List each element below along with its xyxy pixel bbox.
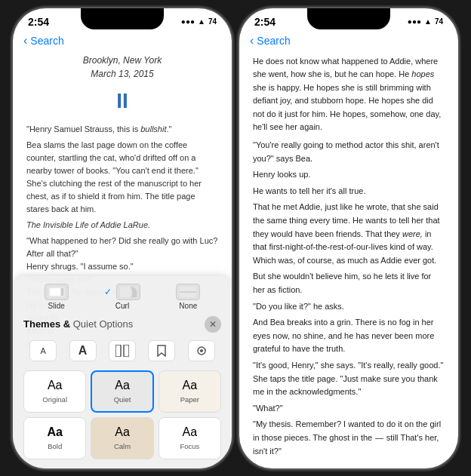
columns-button[interactable] [109, 340, 136, 361]
slide-label: Slide [48, 302, 65, 310]
notch [81, 8, 164, 29]
none-label: None [179, 302, 197, 310]
bookmark-button[interactable] [148, 340, 175, 361]
toolbar-row: A A [23, 337, 221, 364]
left-time: 2:54 [28, 16, 49, 28]
book-header: Brooklyn, New York March 13, 2015 [26, 54, 218, 81]
book-para-5: Henry shrugs. "I assume so." [26, 260, 218, 273]
battery-icon: 74 [208, 17, 217, 26]
themes-header: Themes & Quiet Options ✕ [23, 316, 221, 333]
font-increase-button[interactable]: A [69, 340, 97, 361]
right-signal-icon: ●●● [408, 17, 421, 26]
right-wifi-icon: ▲ [424, 17, 432, 26]
theme-original-label: Original [42, 395, 67, 404]
wifi-icon: ▲ [198, 17, 205, 26]
right-para-3: Henry looks up. [253, 168, 445, 182]
theme-calm[interactable]: Aa Calm [91, 417, 153, 459]
chapter-number: II [26, 85, 218, 117]
slide-icon [45, 284, 69, 300]
svg-point-9 [200, 349, 203, 352]
check-icon: ✓ [104, 287, 112, 297]
right-notch [307, 8, 390, 29]
left-nav-bar: ‹ Search [13, 31, 232, 51]
right-para-9: "It's good, Henry," she says. "It's real… [253, 359, 445, 399]
theme-original-aa: Aa [48, 379, 63, 392]
curl-label: Curl [115, 302, 129, 310]
font-decrease-button[interactable]: A [29, 340, 57, 361]
theme-quiet-aa: Aa [115, 379, 130, 392]
location-line1: Brooklyn, New York [26, 54, 218, 67]
right-para-4: He wants to tell her it's all true. [253, 185, 445, 198]
close-button[interactable]: ✕ [205, 316, 221, 333]
scroll-none[interactable]: None [155, 284, 221, 310]
theme-calm-label: Calm [114, 442, 131, 450]
themes-grid: Aa Original Aa Quiet Aa Paper Aa Bold Aa [23, 370, 221, 459]
svg-rect-7 [124, 345, 129, 357]
theme-focus[interactable]: Aa Focus [159, 417, 221, 459]
theme-paper[interactable]: Aa Paper [159, 370, 221, 413]
right-para-6: But she wouldn't believe him, so he lets… [253, 270, 445, 296]
right-status-icons: ●●● ▲ 74 [408, 17, 443, 26]
right-phone: 2:54 ●●● ▲ 74 ‹ Search He does not know … [239, 8, 458, 468]
theme-original[interactable]: Aa Original [23, 370, 86, 413]
phones-container: 2:54 ●●● ▲ 74 ‹ Search Brooklyn, New Yor… [5, 1, 466, 476]
right-book-content: He does not know what happened to Addie,… [239, 51, 458, 458]
book-para-4: "What happened to her? Did she really go… [26, 235, 218, 260]
book-para-2: Bea slams the last page down on the coff… [26, 139, 218, 216]
curl-icon [116, 284, 140, 300]
scroll-slide[interactable]: Slide [23, 284, 89, 310]
signal-icon: ●●● [181, 17, 195, 26]
right-nav-bar: ‹ Search [239, 31, 458, 51]
right-back-button[interactable]: ‹ Search [250, 34, 291, 48]
right-para-8: And Bea breaks into a grin. There is no … [253, 316, 445, 356]
theme-calm-aa: Aa [115, 425, 130, 439]
right-chevron-left-icon: ‹ [250, 34, 254, 48]
location-line2: March 13, 2015 [26, 67, 218, 81]
right-battery-icon: 74 [435, 17, 443, 26]
right-para-1: He does not know what happened to Addie,… [253, 55, 445, 135]
theme-paper-aa: Aa [183, 379, 198, 392]
none-icon [176, 284, 200, 300]
theme-paper-label: Paper [180, 395, 199, 404]
theme-quiet-label: Quiet [114, 395, 131, 404]
left-status-icons: ●●● ▲ 74 [181, 17, 217, 26]
right-para-2: "You're really going to method actor thi… [253, 139, 445, 165]
left-back-button[interactable]: ‹ Search [23, 34, 64, 48]
right-para-10: "What?" [253, 402, 445, 416]
right-para-5: That he met Addie, just like he wrote, t… [253, 201, 445, 267]
bottom-panel: Slide ✓ Curl None [13, 276, 232, 468]
theme-bold-label: Bold [48, 442, 62, 450]
theme-focus-aa: Aa [183, 425, 198, 439]
svg-rect-2 [61, 288, 63, 296]
themes-title: Themes & Quiet Options [23, 318, 133, 330]
left-phone: 2:54 ●●● ▲ 74 ‹ Search Brooklyn, New Yor… [13, 8, 232, 468]
right-time: 2:54 [254, 16, 276, 28]
right-para-7: "Do you like it?" he asks. [253, 300, 445, 314]
theme-focus-label: Focus [180, 442, 199, 450]
display-button[interactable] [188, 340, 215, 361]
right-para-11: "My thesis. Remember? I wanted to do it … [253, 418, 445, 457]
svg-rect-6 [115, 345, 121, 357]
theme-bold[interactable]: Aa Bold [23, 417, 86, 459]
right-back-label: Search [257, 35, 290, 47]
book-para-3: The Invisible Life of Addie LaRue. [26, 219, 218, 232]
scroll-curl[interactable]: ✓ Curl [89, 284, 155, 310]
theme-quiet[interactable]: Aa Quiet [91, 370, 153, 413]
left-back-label: Search [30, 35, 63, 47]
book-para-1: "Henry Samuel Strauss, this is bullshit.… [26, 123, 218, 136]
chevron-left-icon: ‹ [23, 34, 27, 48]
svg-rect-1 [50, 288, 60, 296]
theme-bold-aa: Aa [47, 425, 62, 439]
scroll-options: Slide ✓ Curl None [23, 284, 221, 310]
